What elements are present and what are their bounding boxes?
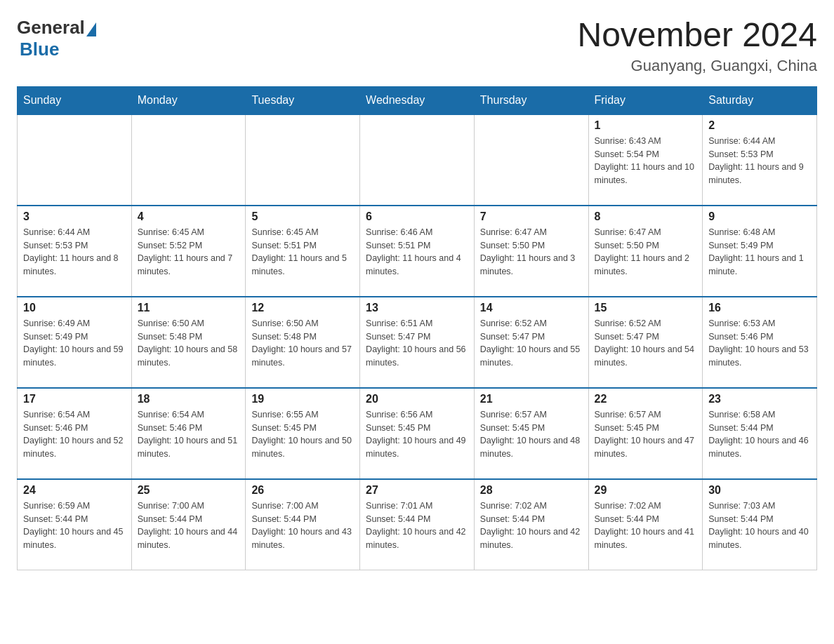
logo: General Blue [17,17,98,60]
day-info: Sunrise: 6:43 AMSunset: 5:54 PMDaylight:… [595,135,697,187]
day-number: 12 [251,302,354,314]
calendar-cell [18,114,132,206]
calendar-cell: 15Sunrise: 6:52 AMSunset: 5:47 PMDayligh… [588,297,703,388]
day-number: 28 [480,484,583,497]
calendar-cell: 9Sunrise: 6:48 AMSunset: 5:49 PMDaylight… [703,206,817,297]
day-info: Sunrise: 6:47 AMSunset: 5:50 PMDaylight:… [595,226,697,279]
calendar-cell: 19Sunrise: 6:55 AMSunset: 5:45 PMDayligh… [246,388,360,479]
day-number: 22 [595,393,697,405]
calendar-cell: 25Sunrise: 7:00 AMSunset: 5:44 PMDayligh… [131,479,246,570]
calendar-cell: 13Sunrise: 6:51 AMSunset: 5:47 PMDayligh… [360,297,475,388]
calendar-cell: 14Sunrise: 6:52 AMSunset: 5:47 PMDayligh… [474,297,588,388]
calendar-cell: 16Sunrise: 6:53 AMSunset: 5:46 PMDayligh… [703,297,817,388]
day-number: 15 [595,302,697,314]
day-number: 18 [138,393,240,405]
calendar-cell: 26Sunrise: 7:00 AMSunset: 5:44 PMDayligh… [246,479,360,570]
calendar-header-monday: Monday [131,86,246,114]
calendar-cell: 11Sunrise: 6:50 AMSunset: 5:48 PMDayligh… [131,297,246,388]
day-number: 3 [23,210,126,223]
day-info: Sunrise: 7:00 AMSunset: 5:44 PMDaylight:… [251,499,354,552]
day-number: 24 [23,484,126,497]
logo-blue-text: Blue [20,39,59,60]
day-info: Sunrise: 6:52 AMSunset: 5:47 PMDaylight:… [480,317,583,370]
calendar-week-row: 1Sunrise: 6:43 AMSunset: 5:54 PMDaylight… [18,114,817,206]
page-header: General Blue November 2024 Guanyang, Gua… [17,17,817,75]
calendar-cell: 2Sunrise: 6:44 AMSunset: 5:53 PMDaylight… [703,114,817,206]
day-info: Sunrise: 7:02 AMSunset: 5:44 PMDaylight:… [480,499,583,552]
day-number: 23 [708,393,811,405]
day-info: Sunrise: 6:46 AMSunset: 5:51 PMDaylight:… [366,226,468,279]
day-info: Sunrise: 6:59 AMSunset: 5:44 PMDaylight:… [23,499,126,552]
day-number: 2 [708,119,811,132]
calendar-cell: 27Sunrise: 7:01 AMSunset: 5:44 PMDayligh… [360,479,475,570]
calendar-table: SundayMondayTuesdayWednesdayThursdayFrid… [17,86,817,571]
calendar-location: Guanyang, Guangxi, China [577,57,817,75]
day-info: Sunrise: 6:49 AMSunset: 5:49 PMDaylight:… [23,317,126,370]
calendar-cell: 1Sunrise: 6:43 AMSunset: 5:54 PMDaylight… [588,114,703,206]
calendar-header-sunday: Sunday [18,86,132,114]
day-number: 9 [708,210,811,223]
day-info: Sunrise: 6:44 AMSunset: 5:53 PMDaylight:… [708,135,811,187]
logo-general-text: General [17,17,85,39]
day-info: Sunrise: 6:55 AMSunset: 5:45 PMDaylight:… [251,408,354,461]
title-section: November 2024 Guanyang, Guangxi, China [577,17,817,75]
day-info: Sunrise: 6:45 AMSunset: 5:52 PMDaylight:… [138,226,240,279]
calendar-week-row: 10Sunrise: 6:49 AMSunset: 5:49 PMDayligh… [18,297,817,388]
calendar-cell [474,114,588,206]
calendar-cell: 24Sunrise: 6:59 AMSunset: 5:44 PMDayligh… [18,479,132,570]
calendar-cell: 8Sunrise: 6:47 AMSunset: 5:50 PMDaylight… [588,206,703,297]
calendar-header-thursday: Thursday [474,86,588,114]
day-number: 21 [480,393,583,405]
calendar-cell [131,114,246,206]
calendar-cell: 7Sunrise: 6:47 AMSunset: 5:50 PMDaylight… [474,206,588,297]
calendar-week-row: 24Sunrise: 6:59 AMSunset: 5:44 PMDayligh… [18,479,817,570]
day-info: Sunrise: 7:02 AMSunset: 5:44 PMDaylight:… [595,499,697,552]
day-number: 7 [480,210,583,223]
day-number: 20 [366,393,468,405]
day-info: Sunrise: 6:57 AMSunset: 5:45 PMDaylight:… [480,408,583,461]
day-number: 29 [595,484,697,497]
day-number: 30 [708,484,811,497]
calendar-cell: 21Sunrise: 6:57 AMSunset: 5:45 PMDayligh… [474,388,588,479]
calendar-cell: 28Sunrise: 7:02 AMSunset: 5:44 PMDayligh… [474,479,588,570]
day-info: Sunrise: 7:03 AMSunset: 5:44 PMDaylight:… [708,499,811,552]
logo-triangle-icon [86,22,96,36]
day-info: Sunrise: 6:44 AMSunset: 5:53 PMDaylight:… [23,226,126,279]
calendar-cell: 22Sunrise: 6:57 AMSunset: 5:45 PMDayligh… [588,388,703,479]
calendar-cell: 10Sunrise: 6:49 AMSunset: 5:49 PMDayligh… [18,297,132,388]
day-info: Sunrise: 6:50 AMSunset: 5:48 PMDaylight:… [251,317,354,370]
day-number: 10 [23,302,126,314]
calendar-cell: 20Sunrise: 6:56 AMSunset: 5:45 PMDayligh… [360,388,475,479]
day-number: 5 [251,210,354,223]
day-info: Sunrise: 7:01 AMSunset: 5:44 PMDaylight:… [366,499,468,552]
day-number: 14 [480,302,583,314]
calendar-cell: 6Sunrise: 6:46 AMSunset: 5:51 PMDaylight… [360,206,475,297]
day-info: Sunrise: 6:45 AMSunset: 5:51 PMDaylight:… [251,226,354,279]
day-number: 1 [595,119,697,132]
day-info: Sunrise: 7:00 AMSunset: 5:44 PMDaylight:… [138,499,240,552]
day-info: Sunrise: 6:52 AMSunset: 5:47 PMDaylight:… [595,317,697,370]
calendar-header-row: SundayMondayTuesdayWednesdayThursdayFrid… [18,86,817,114]
day-number: 16 [708,302,811,314]
day-info: Sunrise: 6:48 AMSunset: 5:49 PMDaylight:… [708,226,811,279]
calendar-cell: 30Sunrise: 7:03 AMSunset: 5:44 PMDayligh… [703,479,817,570]
calendar-header-friday: Friday [588,86,703,114]
day-number: 4 [138,210,240,223]
day-number: 17 [23,393,126,405]
calendar-cell: 18Sunrise: 6:54 AMSunset: 5:46 PMDayligh… [131,388,246,479]
calendar-title: November 2024 [577,17,817,54]
calendar-header-tuesday: Tuesday [246,86,360,114]
day-info: Sunrise: 6:51 AMSunset: 5:47 PMDaylight:… [366,317,468,370]
day-info: Sunrise: 6:54 AMSunset: 5:46 PMDaylight:… [23,408,126,461]
day-number: 8 [595,210,697,223]
calendar-cell: 3Sunrise: 6:44 AMSunset: 5:53 PMDaylight… [18,206,132,297]
day-number: 27 [366,484,468,497]
calendar-cell: 4Sunrise: 6:45 AMSunset: 5:52 PMDaylight… [131,206,246,297]
calendar-cell: 23Sunrise: 6:58 AMSunset: 5:44 PMDayligh… [703,388,817,479]
day-info: Sunrise: 6:56 AMSunset: 5:45 PMDaylight:… [366,408,468,461]
day-info: Sunrise: 6:50 AMSunset: 5:48 PMDaylight:… [138,317,240,370]
day-info: Sunrise: 6:47 AMSunset: 5:50 PMDaylight:… [480,226,583,279]
calendar-cell: 5Sunrise: 6:45 AMSunset: 5:51 PMDaylight… [246,206,360,297]
day-info: Sunrise: 6:53 AMSunset: 5:46 PMDaylight:… [708,317,811,370]
calendar-header-wednesday: Wednesday [360,86,475,114]
